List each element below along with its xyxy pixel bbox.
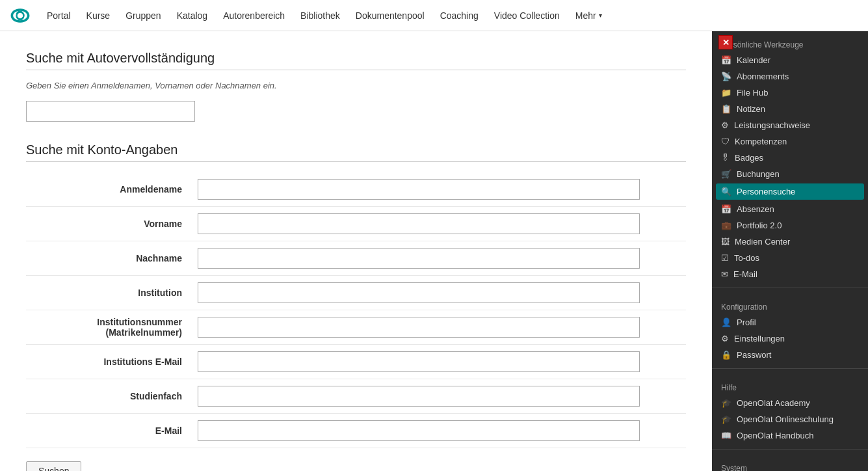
sidebar-item-abonnements[interactable]: 📡 Abonnements bbox=[712, 68, 868, 85]
sidebar-label-academy: OpenOlat Academy bbox=[737, 398, 810, 408]
sidebar-label-portfolio: Portfolio 2.0 bbox=[737, 221, 782, 230]
sidebar-label-email-sidebar: E-Mail bbox=[733, 269, 757, 279]
sidebar-label-todos: To-dos bbox=[734, 253, 759, 263]
form-input-institutions-email[interactable] bbox=[198, 351, 640, 372]
sidebar-label-file-hub: File Hub bbox=[737, 88, 768, 98]
onlineschulung-icon: 🎓 bbox=[721, 414, 731, 424]
form-input-cell-studienfach bbox=[195, 379, 686, 414]
sidebar-item-medien-center[interactable]: 🖼 Medien Center bbox=[712, 234, 868, 250]
sidebar-label-abonnements: Abonnements bbox=[737, 72, 789, 81]
sidebar-section-system-label: System bbox=[712, 455, 868, 471]
sidebar-section-help-label: Hilfe bbox=[712, 374, 868, 395]
sidebar-item-file-hub[interactable]: 📁 File Hub bbox=[712, 85, 868, 101]
abonnements-icon: 📡 bbox=[721, 72, 731, 81]
sidebar-label-badges: Badges bbox=[735, 153, 763, 163]
buchungen-icon: 🛒 bbox=[721, 169, 731, 179]
sidebar-item-absenzen[interactable]: 📅 Absenzen bbox=[712, 201, 868, 217]
sidebar-item-personensuche[interactable]: 🔍 Personensuche bbox=[716, 183, 864, 200]
form-label-institutionsnummer: Institutionsnummer (Matrikelnummer) bbox=[26, 310, 195, 345]
nav-links: Portal Kurse Gruppen Katalog Autorenbere… bbox=[39, 0, 860, 31]
nav-kurse[interactable]: Kurse bbox=[79, 0, 118, 31]
form-input-cell-institution bbox=[195, 276, 686, 310]
nav-autorenbereich[interactable]: Autorenbereich bbox=[215, 0, 293, 31]
form-row-institutions-email: Institutions E-Mail bbox=[26, 345, 686, 379]
form-row-institution: Institution bbox=[26, 276, 686, 310]
form-input-cell-anmeldename bbox=[195, 172, 686, 207]
sidebar-label-buchungen: Buchungen bbox=[737, 169, 780, 179]
nav-gruppen[interactable]: Gruppen bbox=[118, 0, 168, 31]
nav-bibliothek[interactable]: Bibliothek bbox=[293, 0, 348, 31]
handbuch-icon: 📖 bbox=[721, 431, 731, 440]
medien-center-icon: 🖼 bbox=[721, 237, 730, 247]
sidebar-item-academy[interactable]: 🎓 OpenOlat Academy bbox=[712, 395, 868, 411]
form-input-institution[interactable] bbox=[198, 282, 640, 303]
search-button[interactable]: Suchen bbox=[26, 461, 81, 471]
sidebar-item-todos[interactable]: ☑ To-dos bbox=[712, 250, 868, 266]
sidebar-item-notizen[interactable]: 📋 Notizen bbox=[712, 101, 868, 117]
form-input-anmeldename[interactable] bbox=[198, 179, 640, 200]
leistungsnachweise-icon: ⚙ bbox=[721, 120, 729, 130]
profil-icon: 👤 bbox=[721, 317, 731, 327]
nav-katalog[interactable]: Katalog bbox=[169, 0, 215, 31]
sidebar-label-kalender: Kalender bbox=[737, 55, 770, 65]
email-sidebar-icon: ✉ bbox=[721, 269, 728, 279]
nav-mehr[interactable]: Mehr ▾ bbox=[568, 0, 610, 31]
kalender-icon: 📅 bbox=[721, 55, 731, 65]
main-area: Suche mit Autovervollständigung Geben Si… bbox=[0, 31, 868, 471]
app-logo[interactable] bbox=[8, 3, 33, 28]
account-section-title: Suche mit Konto-Angaben bbox=[26, 142, 686, 157]
sidebar-item-profil[interactable]: 👤 Profil bbox=[712, 314, 868, 330]
form-input-cell-institutionsnummer bbox=[195, 310, 686, 345]
autocomplete-section-title: Suche mit Autovervollständigung bbox=[26, 51, 686, 66]
sidebar-item-onlineschulung[interactable]: 🎓 OpenOlat Onlineschulung bbox=[712, 411, 868, 427]
form-row-nachname: Nachname bbox=[26, 241, 686, 276]
sidebar-label-handbuch: OpenOlat Handbuch bbox=[737, 431, 814, 440]
nav-video-collection[interactable]: Video Collection bbox=[486, 0, 568, 31]
nav-portal[interactable]: Portal bbox=[39, 0, 79, 31]
sidebar-label-profil: Profil bbox=[737, 317, 756, 327]
sidebar-item-badges[interactable]: 🎖 Badges bbox=[712, 150, 868, 166]
form-input-vorname[interactable] bbox=[198, 213, 640, 234]
form-label-vorname: Vorname bbox=[26, 207, 195, 241]
form-label-institution: Institution bbox=[26, 276, 195, 310]
sidebar-divider-2 bbox=[712, 368, 868, 369]
sidebar-item-einstellungen[interactable]: ⚙ Einstellungen bbox=[712, 330, 868, 347]
svg-point-0 bbox=[17, 12, 24, 19]
sidebar-item-handbuch[interactable]: 📖 OpenOlat Handbuch bbox=[712, 427, 868, 444]
form-input-email[interactable] bbox=[198, 420, 640, 441]
top-navigation: Portal Kurse Gruppen Katalog Autorenbere… bbox=[0, 0, 868, 31]
form-row-vorname: Vorname bbox=[26, 207, 686, 241]
kompetenzen-icon: 🛡 bbox=[721, 137, 730, 146]
nav-coaching[interactable]: Coaching bbox=[432, 0, 486, 31]
sidebar-item-buchungen[interactable]: 🛒 Buchungen bbox=[712, 166, 868, 182]
personensuche-icon: 🔍 bbox=[721, 187, 731, 196]
sidebar-label-leistungsnachweise: Leistungsnachweise bbox=[734, 120, 810, 130]
right-sidebar: ✕ Persönliche Werkzeuge 📅 Kalender 📡 Abo… bbox=[712, 31, 868, 471]
sidebar-item-passwort[interactable]: 🔒 Passwort bbox=[712, 347, 868, 363]
autocomplete-input[interactable] bbox=[26, 101, 195, 122]
badges-icon: 🎖 bbox=[721, 153, 730, 163]
sidebar-item-leistungsnachweise[interactable]: ⚙ Leistungsnachweise bbox=[712, 117, 868, 133]
form-input-institutionsnummer[interactable] bbox=[198, 317, 640, 338]
file-hub-icon: 📁 bbox=[721, 88, 731, 98]
search-btn-row: Suchen bbox=[26, 461, 686, 471]
form-label-anmeldename: Anmeldename bbox=[26, 172, 195, 207]
form-input-cell-nachname bbox=[195, 241, 686, 276]
sidebar-section-personal-label: Persönliche Werkzeuge bbox=[712, 31, 868, 52]
form-label-nachname: Nachname bbox=[26, 241, 195, 276]
form-input-studienfach[interactable] bbox=[198, 386, 640, 407]
sidebar-item-kompetenzen[interactable]: 🛡 Kompetenzen bbox=[712, 133, 868, 150]
sidebar-item-email-sidebar[interactable]: ✉ E-Mail bbox=[712, 266, 868, 282]
sidebar-item-kalender[interactable]: 📅 Kalender bbox=[712, 52, 868, 68]
form-label-studienfach: Studienfach bbox=[26, 379, 195, 414]
sidebar-label-passwort: Passwort bbox=[737, 350, 771, 360]
form-input-cell-vorname bbox=[195, 207, 686, 241]
form-input-nachname[interactable] bbox=[198, 248, 640, 269]
sidebar-item-portfolio[interactable]: 💼 Portfolio 2.0 bbox=[712, 217, 868, 234]
nav-dokumentenpool[interactable]: Dokumentenpool bbox=[348, 0, 432, 31]
sidebar-label-onlineschulung: OpenOlat Onlineschulung bbox=[737, 414, 834, 424]
academy-icon: 🎓 bbox=[721, 398, 731, 408]
chevron-down-icon: ▾ bbox=[599, 12, 602, 19]
autocomplete-hint: Geben Sie einen Anmeldenamen, Vornamen o… bbox=[26, 81, 686, 90]
sidebar-close-button[interactable]: ✕ bbox=[718, 35, 733, 49]
